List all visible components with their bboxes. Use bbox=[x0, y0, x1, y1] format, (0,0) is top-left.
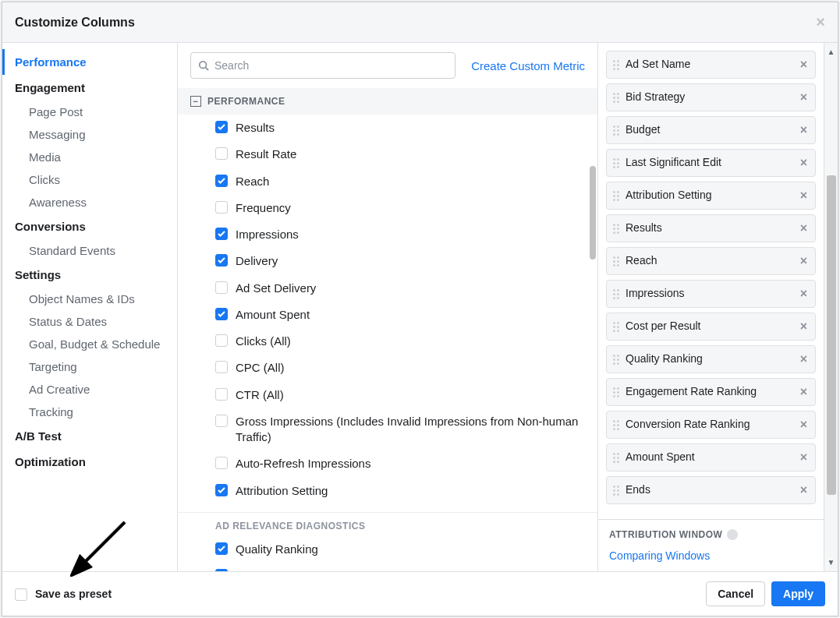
metric-checkbox[interactable] bbox=[215, 334, 228, 347]
metric-checkbox[interactable] bbox=[215, 388, 228, 401]
drag-handle-icon[interactable] bbox=[613, 256, 621, 267]
metric-row[interactable]: Engagement Rate Ranking bbox=[178, 563, 597, 571]
sidebar-category[interactable]: A/B Test bbox=[2, 423, 177, 449]
selected-column-item[interactable]: Quality Ranking× bbox=[606, 345, 816, 373]
remove-column-icon[interactable]: × bbox=[799, 58, 809, 72]
metric-row[interactable]: Gross Impressions (Includes Invalid Impr… bbox=[178, 408, 597, 451]
drag-handle-icon[interactable] bbox=[613, 322, 621, 332]
selected-column-item[interactable]: Bid Strategy× bbox=[606, 83, 816, 111]
sidebar-category[interactable]: Engagement bbox=[2, 75, 177, 101]
collapse-icon[interactable]: − bbox=[190, 96, 201, 107]
selected-column-item[interactable]: Impressions× bbox=[606, 280, 816, 308]
section-header-performance[interactable]: − PERFORMANCE bbox=[178, 88, 597, 115]
selected-column-item[interactable]: Attribution Setting× bbox=[606, 182, 816, 210]
metric-checkbox[interactable] bbox=[215, 121, 228, 133]
drag-handle-icon[interactable] bbox=[613, 420, 621, 430]
sidebar-subitem[interactable]: Messaging bbox=[2, 123, 177, 146]
selected-column-item[interactable]: Last Significant Edit× bbox=[606, 149, 816, 177]
metric-checkbox[interactable] bbox=[215, 361, 228, 373]
selected-column-item[interactable]: Engagement Rate Ranking× bbox=[606, 378, 816, 406]
metric-checkbox[interactable] bbox=[215, 175, 228, 187]
sidebar-category[interactable]: Conversions bbox=[2, 214, 177, 239]
metric-checkbox[interactable] bbox=[215, 254, 228, 267]
selected-column-item[interactable]: Budget× bbox=[606, 116, 816, 144]
close-icon[interactable]: × bbox=[816, 13, 825, 31]
sidebar-subitem[interactable]: Tracking bbox=[2, 401, 177, 423]
drag-handle-icon[interactable] bbox=[613, 355, 621, 365]
selected-column-item[interactable]: Amount Spent× bbox=[606, 443, 816, 471]
metric-checkbox[interactable] bbox=[215, 569, 228, 571]
drag-handle-icon[interactable] bbox=[613, 93, 621, 103]
center-scrollbar-thumb[interactable] bbox=[590, 166, 596, 260]
metric-row[interactable]: CPC (All) bbox=[178, 355, 597, 381]
drag-handle-icon[interactable] bbox=[613, 289, 621, 299]
drag-handle-icon[interactable] bbox=[613, 125, 621, 136]
sidebar-subitem[interactable]: Media bbox=[2, 146, 177, 168]
metric-checkbox[interactable] bbox=[215, 484, 228, 496]
remove-column-icon[interactable]: × bbox=[799, 287, 809, 301]
outer-scrollbar-thumb[interactable] bbox=[827, 175, 836, 495]
drag-handle-icon[interactable] bbox=[613, 224, 621, 234]
metric-row[interactable]: Clicks (All) bbox=[178, 328, 597, 355]
remove-column-icon[interactable]: × bbox=[799, 156, 809, 170]
save-as-preset-checkbox[interactable] bbox=[15, 588, 27, 601]
remove-column-icon[interactable]: × bbox=[799, 418, 809, 432]
drag-handle-icon[interactable] bbox=[613, 60, 621, 70]
sidebar-category[interactable]: Optimization bbox=[2, 449, 177, 475]
metric-checkbox[interactable] bbox=[215, 457, 228, 469]
save-as-preset-wrap[interactable]: Save as preset bbox=[15, 588, 112, 601]
cancel-button[interactable]: Cancel bbox=[706, 581, 765, 606]
remove-column-icon[interactable]: × bbox=[799, 90, 809, 104]
sidebar-subitem[interactable]: Ad Creative bbox=[2, 378, 177, 401]
selected-column-item[interactable]: Ad Set Name× bbox=[606, 51, 816, 79]
metric-checkbox[interactable] bbox=[215, 542, 228, 555]
create-custom-metric-link[interactable]: Create Custom Metric bbox=[471, 59, 585, 72]
comparing-windows-link[interactable]: Comparing Windows bbox=[609, 549, 710, 562]
metric-checkbox[interactable] bbox=[215, 201, 228, 214]
sidebar-subitem[interactable]: Targeting bbox=[2, 355, 177, 378]
scroll-up-icon[interactable]: ▲ bbox=[828, 48, 835, 56]
remove-column-icon[interactable]: × bbox=[799, 385, 809, 399]
remove-column-icon[interactable]: × bbox=[799, 254, 809, 268]
metric-row[interactable]: CTR (All) bbox=[178, 382, 597, 408]
metric-row[interactable]: Results bbox=[178, 115, 597, 141]
remove-column-icon[interactable]: × bbox=[799, 352, 809, 366]
sidebar-subitem[interactable]: Object Names & IDs bbox=[2, 288, 177, 310]
remove-column-icon[interactable]: × bbox=[799, 450, 809, 464]
drag-handle-icon[interactable] bbox=[613, 486, 621, 496]
metric-row[interactable]: Result Rate bbox=[178, 141, 597, 168]
metric-checkbox[interactable] bbox=[215, 308, 228, 320]
metric-row[interactable]: Impressions bbox=[178, 221, 597, 248]
remove-column-icon[interactable]: × bbox=[799, 123, 809, 137]
metric-row[interactable]: Ad Set Delivery bbox=[178, 275, 597, 302]
metric-row[interactable]: Attribution Setting bbox=[178, 478, 597, 504]
sidebar-subitem[interactable]: Awareness bbox=[2, 191, 177, 214]
metric-row[interactable]: Reach bbox=[178, 168, 597, 195]
sidebar-subitem[interactable]: Status & Dates bbox=[2, 310, 177, 333]
selected-column-item[interactable]: Conversion Rate Ranking× bbox=[606, 411, 816, 439]
metric-row[interactable]: Delivery bbox=[178, 248, 597, 274]
drag-handle-icon[interactable] bbox=[613, 191, 621, 201]
remove-column-icon[interactable]: × bbox=[799, 483, 809, 497]
scroll-down-icon[interactable]: ▼ bbox=[828, 558, 835, 567]
drag-handle-icon[interactable] bbox=[613, 158, 621, 168]
selected-column-item[interactable]: Cost per Result× bbox=[606, 313, 816, 341]
metric-checkbox[interactable] bbox=[215, 415, 228, 427]
metric-row[interactable]: Amount Spent bbox=[178, 302, 597, 328]
sidebar-category[interactable]: Performance bbox=[2, 49, 177, 75]
apply-button[interactable]: Apply bbox=[771, 581, 825, 606]
sidebar-subitem[interactable]: Goal, Budget & Schedule bbox=[2, 333, 177, 355]
sidebar-category[interactable]: Settings bbox=[2, 262, 177, 288]
outer-scrollbar[interactable]: ▲ ▼ bbox=[824, 43, 838, 571]
search-input[interactable] bbox=[190, 52, 455, 79]
metric-row[interactable]: Quality Ranking bbox=[178, 536, 597, 563]
selected-column-item[interactable]: Results× bbox=[606, 214, 816, 242]
drag-handle-icon[interactable] bbox=[613, 387, 621, 397]
sidebar-subitem[interactable]: Clicks bbox=[2, 168, 177, 191]
remove-column-icon[interactable]: × bbox=[799, 189, 809, 203]
remove-column-icon[interactable]: × bbox=[799, 320, 809, 334]
metric-checkbox[interactable] bbox=[215, 281, 228, 294]
remove-column-icon[interactable]: × bbox=[799, 221, 809, 235]
selected-column-item[interactable]: Reach× bbox=[606, 247, 816, 275]
drag-handle-icon[interactable] bbox=[613, 453, 621, 463]
